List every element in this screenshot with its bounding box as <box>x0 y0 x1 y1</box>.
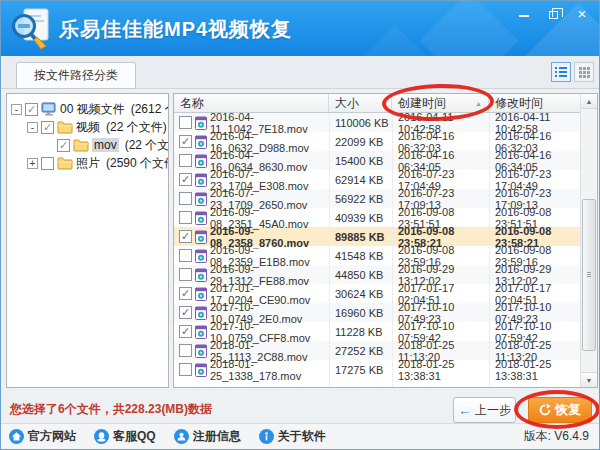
back-button[interactable]: ← 上一步 <box>453 397 516 423</box>
file-size: 44850 KB <box>329 269 392 281</box>
tree-item-label: 视频 <box>76 119 100 136</box>
video-file-icon <box>195 135 207 149</box>
minimize-button[interactable] <box>517 6 531 22</box>
window-title: 乐易佳佳能MP4视频恢复 <box>59 16 292 43</box>
video-file-icon <box>195 230 207 244</box>
window-controls: × <box>517 6 589 24</box>
row-checkbox[interactable] <box>179 363 192 376</box>
tree-item[interactable]: ✓mov(22 个文件) <box>7 136 168 154</box>
view-toggle-group <box>551 62 594 82</box>
close-button[interactable]: × <box>575 6 589 22</box>
row-checkbox[interactable]: ✓ <box>179 287 192 300</box>
row-checkbox[interactable]: ✓ <box>179 230 192 243</box>
maximize-button[interactable] <box>546 6 560 22</box>
file-size: 62914 KB <box>329 174 392 186</box>
back-button-label: 上一步 <box>475 402 511 419</box>
scrollbar-thumb[interactable] <box>582 199 596 351</box>
row-checkbox[interactable] <box>179 154 192 167</box>
row-checkbox[interactable] <box>179 211 192 224</box>
scroll-up-arrow[interactable]: ▲ <box>581 94 597 109</box>
file-size: 41548 KB <box>329 250 392 262</box>
tree-item[interactable]: -✓00 视频文件(2612 个文件) <box>7 100 168 118</box>
row-checkbox[interactable] <box>179 249 192 262</box>
expand-toggle[interactable]: - <box>11 104 22 115</box>
folder-icon <box>57 157 73 170</box>
footer-link-label: 关于软件 <box>278 428 326 445</box>
tree-item[interactable]: -✓视频(22 个文件) <box>7 118 168 136</box>
annotation-circle-recover-button <box>514 390 600 429</box>
video-file-icon <box>195 325 207 339</box>
file-size: 30624 KB <box>329 288 392 300</box>
file-size: 17275 KB <box>329 364 392 376</box>
scrollbar-grip <box>587 272 591 277</box>
column-header-label: 名称 <box>180 95 204 112</box>
tree-item-count: (22 个文件) <box>106 119 167 136</box>
column-header-label: 大小 <box>335 95 359 112</box>
folder-icon <box>73 139 89 152</box>
tree-item-count: (22 个文件) <box>125 137 169 154</box>
video-file-icon <box>195 154 207 168</box>
row-checkbox[interactable] <box>179 268 192 281</box>
list-view-icon <box>555 67 567 78</box>
left-arrow-icon: ← <box>458 403 471 418</box>
file-size: 16960 KB <box>329 307 392 319</box>
file-list: 2016-04-11_1042_7E18.mov110006 KB2016-04… <box>174 113 580 387</box>
video-file-icon <box>195 116 207 130</box>
grid-view-button[interactable] <box>574 62 594 82</box>
file-size: 27252 KB <box>329 345 392 357</box>
tree-checkbox[interactable]: ✓ <box>41 121 54 134</box>
row-checkbox[interactable] <box>179 344 192 357</box>
video-file-icon <box>195 211 207 225</box>
scroll-down-arrow[interactable]: ▼ <box>581 372 597 387</box>
column-separator <box>392 113 393 387</box>
row-checkbox[interactable]: ✓ <box>179 135 192 148</box>
table-row[interactable]: 2018-01-25_1338_178.mov17275 KB2018-01-2… <box>174 360 580 379</box>
column-separator <box>329 113 330 387</box>
toolbar: 按文件路径分类 <box>1 56 599 89</box>
file-size: 110006 KB <box>329 117 392 129</box>
footer-link[interactable]: 注册信息 <box>174 428 241 445</box>
tree-item[interactable]: +照片(2590 个文件) <box>7 154 168 172</box>
row-checkbox[interactable] <box>179 192 192 205</box>
footer-link[interactable]: 关于软件 <box>259 428 326 445</box>
column-separator <box>489 113 490 387</box>
file-size: 56922 KB <box>329 193 392 205</box>
video-file-icon <box>195 306 207 320</box>
computer-icon <box>41 102 57 116</box>
footer-link[interactable]: 官方网站 <box>9 428 76 445</box>
file-created-time: 2018-01-25 13:38:31 <box>392 358 489 382</box>
list-view-button[interactable] <box>551 62 571 82</box>
home-icon <box>9 429 24 444</box>
folder-tree: -✓00 视频文件(2612 个文件)-✓视频(22 个文件)✓mov(22 个… <box>6 93 169 388</box>
tree-connector <box>43 140 54 151</box>
footer-link-label: 注册信息 <box>193 428 241 445</box>
file-size: 22099 KB <box>329 136 392 148</box>
expand-toggle[interactable]: - <box>27 122 38 133</box>
vertical-scrollbar[interactable]: ▲ ▼ <box>580 94 597 387</box>
tab-classify-by-file-path[interactable]: 按文件路径分类 <box>16 62 136 89</box>
row-checkbox[interactable]: ✓ <box>179 306 192 319</box>
app-window: 乐易佳佳能MP4视频恢复 × 按文件路径分类 <box>0 0 600 450</box>
expand-toggle[interactable]: + <box>27 158 38 169</box>
file-size: 89885 KB <box>329 231 392 243</box>
file-table: 名称大小创建时间▲修改时间 2016-04-11_1042_7E18.mov11… <box>173 93 598 388</box>
tree-checkbox[interactable] <box>41 157 54 170</box>
column-header[interactable]: 名称 <box>174 94 329 112</box>
tree-item-count: (2612 个文件) <box>131 101 169 118</box>
row-checkbox[interactable]: ✓ <box>179 173 192 186</box>
column-header[interactable]: 修改时间 <box>489 94 580 112</box>
column-header-label: 修改时间 <box>495 95 543 112</box>
tree-checkbox[interactable]: ✓ <box>57 139 70 152</box>
tree-checkbox[interactable]: ✓ <box>25 103 38 116</box>
tree-item-label: mov <box>92 138 119 152</box>
file-modified-time: 2018-01-25 13:38:31 <box>489 358 580 382</box>
footer-bar: 官方网站客服QQ注册信息关于软件 版本: V6.4.9 <box>1 423 599 449</box>
maximize-icon <box>549 11 558 19</box>
footer-link[interactable]: 客服QQ <box>94 428 156 445</box>
row-checkbox[interactable]: ✓ <box>179 325 192 338</box>
row-checkbox[interactable] <box>179 116 192 129</box>
video-file-icon <box>195 344 207 358</box>
qq-icon <box>94 429 109 444</box>
video-file-icon <box>195 173 207 187</box>
tree-item-label: 00 视频文件 <box>60 101 125 118</box>
